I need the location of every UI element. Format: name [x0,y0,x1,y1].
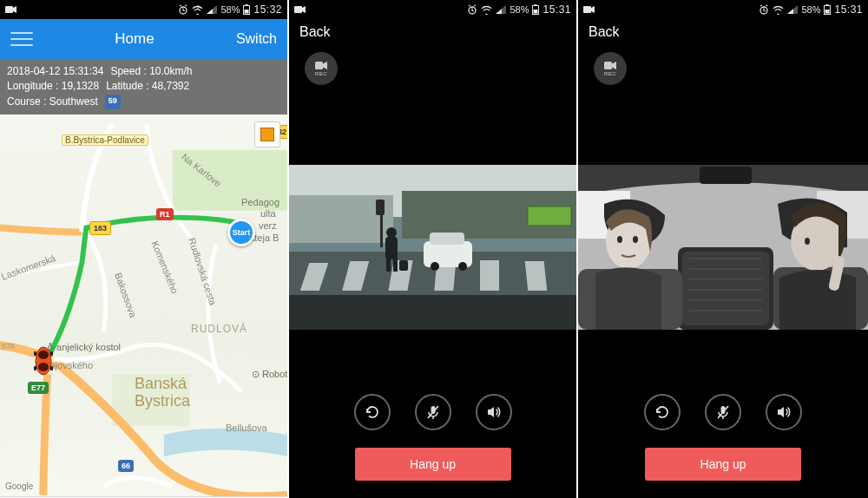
camcorder-icon [315,61,328,70]
svg-point-9 [38,363,49,371]
screen-dashcam-cabin: 58% 15:31 Back REC [578,0,868,498]
gps-info-bar: 2018-04-12 15:31:34 Speed : 10.0km/h Lon… [0,59,287,115]
map[interactable]: B.Bystrica-Podlavice Na Karlove Pedagog … [0,115,287,496]
svg-rect-59 [682,252,769,325]
svg-rect-12 [34,366,36,370]
svg-point-40 [431,262,439,271]
svg-point-41 [458,262,467,271]
status-bar: 58% 15:32 [0,0,287,19]
start-pin[interactable]: Start [227,219,259,250]
record-button[interactable]: REC [594,52,627,85]
svg-rect-53 [825,10,830,14]
svg-rect-31 [480,260,499,291]
battery-icon [824,4,831,15]
battery-icon [243,4,250,15]
svg-rect-42 [528,206,571,226]
svg-rect-36 [393,258,398,272]
svg-rect-18 [534,10,538,14]
svg-rect-13 [50,366,53,370]
mic-off-icon [714,403,732,421]
svg-point-70 [633,236,638,243]
refresh-icon [654,403,671,421]
svg-rect-4 [245,10,249,14]
mute-mic-button[interactable] [705,394,741,430]
mic-off-icon [424,403,442,421]
road-shield: E77 [28,382,49,394]
page-title: Home [33,30,236,48]
road-shield: 59 [105,95,121,109]
svg-rect-32 [525,261,548,291]
svg-rect-74 [700,167,752,184]
refresh-icon [364,403,381,421]
app-bar: Home Switch [0,19,287,59]
signal-icon [207,5,217,14]
svg-point-69 [617,236,622,243]
svg-rect-35 [386,258,391,272]
wifi-icon [773,5,784,15]
road-shield: 163 [89,221,111,235]
map-roads [0,115,287,496]
back-button[interactable]: Back [299,24,331,40]
car-pin[interactable] [32,344,55,377]
camera-icon [294,5,306,14]
speaker-icon [775,403,792,421]
svg-rect-37 [399,260,408,271]
battery-icon [532,4,539,15]
info-datetime: 2018-04-12 15:31:34 [7,64,103,79]
alarm-icon [178,4,188,15]
menu-icon[interactable] [10,30,33,48]
alarm-icon [759,4,769,15]
call-controls [578,394,868,430]
camcorder-icon [604,61,617,70]
svg-point-72 [805,238,810,245]
svg-rect-34 [385,237,398,259]
signal-icon [787,5,798,14]
signal-icon [496,5,506,14]
video-feed[interactable] [578,165,868,330]
road-shield: R1 [156,208,174,220]
speaker-icon [485,403,503,421]
svg-rect-45 [376,200,385,215]
battery-label: 58% [220,4,240,15]
svg-point-33 [386,227,397,238]
mute-mic-button[interactable] [415,394,451,430]
svg-rect-11 [50,351,53,356]
screen-dashcam-front: 58% 15:31 Back REC [289,0,578,498]
svg-rect-54 [604,62,612,69]
wifi-icon [481,5,492,15]
google-attribution: Google [5,482,33,491]
svg-rect-23 [289,295,576,330]
back-button[interactable]: Back [589,24,620,40]
alarm-icon [467,4,477,15]
video-feed[interactable] [289,165,576,330]
speaker-button[interactable] [766,394,802,430]
camera-icon [5,5,17,14]
switch-camera-button[interactable] [354,394,391,430]
record-button[interactable]: REC [305,52,338,85]
battery-label: 58% [510,4,529,15]
wifi-icon [192,5,203,15]
switch-camera-button[interactable] [644,394,681,430]
call-controls [289,394,576,430]
clock-label: 15:31 [834,3,863,16]
road-shield: 66 [118,460,134,472]
svg-rect-14 [294,6,302,13]
svg-point-8 [38,351,49,359]
svg-rect-0 [5,6,13,13]
camera-icon [583,5,595,14]
status-bar: 58% 15:31 [289,0,576,19]
battery-label: 58% [801,4,820,15]
svg-rect-39 [430,233,464,245]
svg-rect-49 [583,6,591,13]
hangup-button[interactable]: Hang up [355,448,511,481]
speaker-button[interactable] [476,394,512,430]
svg-rect-19 [315,62,323,69]
layers-button[interactable] [254,121,280,147]
svg-rect-10 [34,351,36,356]
screen-map: 58% 15:32 Home Switch 2018-04-12 15:31:3… [0,0,289,498]
hangup-button[interactable]: Hang up [645,448,801,481]
status-bar: 58% 15:31 [578,0,868,19]
switch-button[interactable]: Switch [236,31,277,47]
clock-label: 15:32 [253,3,282,16]
clock-label: 15:31 [542,3,571,16]
